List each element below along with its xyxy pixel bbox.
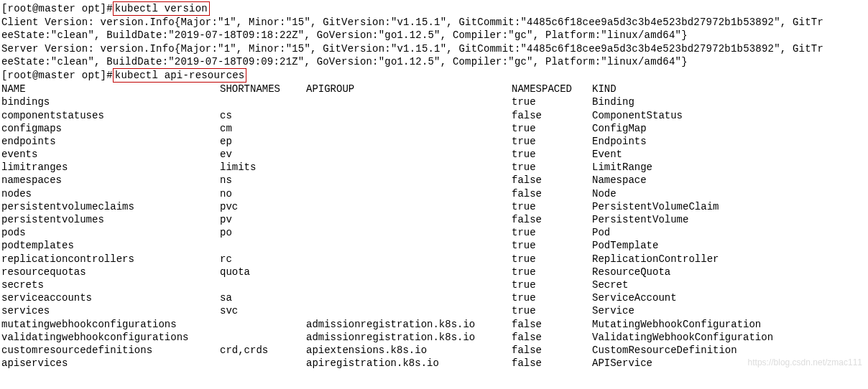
cell-apigroup — [306, 174, 512, 187]
cell-kind: LimitRange — [592, 161, 867, 174]
cell-apigroup: admissionregistration.k8s.io — [306, 331, 512, 344]
cell-namespaced: false — [512, 318, 592, 331]
cell-kind: MutatingWebhookConfiguration — [592, 318, 867, 331]
prompt-prefix: [root@master opt]# — [1, 3, 113, 14]
version-output-line: eeState:"clean", BuildDate:"2019-07-18T0… — [1, 29, 867, 42]
cell-namespaced: false — [512, 213, 592, 226]
cell-name: configmaps — [1, 122, 220, 135]
cell-name: services — [1, 304, 220, 317]
cell-shortnames: cs — [220, 109, 306, 122]
cell-shortnames: svc — [220, 304, 306, 317]
cell-namespaced: true — [512, 135, 592, 148]
cell-apigroup: apiregistration.k8s.io — [306, 357, 512, 370]
cell-namespaced: true — [512, 148, 592, 161]
cell-namespaced: true — [512, 304, 592, 317]
cell-shortnames — [220, 331, 306, 344]
cell-kind: Service — [592, 304, 867, 317]
cell-namespaced: true — [512, 226, 592, 239]
cell-shortnames: cm — [220, 122, 306, 135]
cell-apigroup — [306, 122, 512, 135]
version-output-line: Server Version: version.Info{Major:"1", … — [1, 42, 867, 55]
cell-kind: ReplicationController — [592, 253, 867, 266]
cell-namespaced: true — [512, 253, 592, 266]
cell-kind: Event — [592, 148, 867, 161]
command-text: kubectl version — [115, 3, 208, 14]
cell-apigroup — [306, 95, 512, 108]
cell-apigroup — [306, 135, 512, 148]
table-row: secretstrueSecret — [1, 278, 867, 291]
cell-kind: Binding — [592, 95, 867, 108]
cell-name: nodes — [1, 187, 220, 200]
command-highlight-2: kubectl api-resources — [113, 68, 247, 83]
cell-shortnames: pvc — [220, 200, 306, 213]
cell-apigroup — [306, 239, 512, 252]
cell-name: pods — [1, 226, 220, 239]
header-name: NAME — [1, 83, 220, 95]
cell-kind: PersistentVolumeClaim — [592, 200, 867, 213]
table-row: validatingwebhookconfigurationsadmission… — [1, 331, 867, 344]
cell-name: persistentvolumes — [1, 213, 220, 226]
table-row: servicessvctrueService — [1, 304, 867, 317]
cell-name: serviceaccounts — [1, 291, 220, 304]
table-row: serviceaccountssatrueServiceAccount — [1, 291, 867, 304]
prompt-prefix: [root@master opt]# — [1, 70, 113, 81]
cell-apigroup — [306, 161, 512, 174]
table-row: configmapscmtrueConfigMap — [1, 122, 867, 135]
cell-namespaced: false — [512, 109, 592, 122]
cell-namespaced: true — [512, 200, 592, 213]
table-row: resourcequotasquotatrueResourceQuota — [1, 266, 867, 278]
cell-name: limitranges — [1, 161, 220, 174]
cell-namespaced: false — [512, 174, 592, 187]
header-shortnames: SHORTNAMES — [220, 83, 306, 95]
cell-kind: ConfigMap — [592, 122, 867, 135]
cell-name: events — [1, 148, 220, 161]
cell-namespaced: false — [512, 187, 592, 200]
cell-name: mutatingwebhookconfigurations — [1, 318, 220, 331]
cell-namespaced: false — [512, 344, 592, 357]
table-row: persistentvolumespvfalsePersistentVolume — [1, 213, 867, 226]
cell-apigroup — [306, 187, 512, 200]
cell-apigroup — [306, 253, 512, 266]
cell-shortnames — [220, 318, 306, 331]
cell-kind: PodTemplate — [592, 239, 867, 252]
cell-namespaced: true — [512, 266, 592, 278]
table-row: podtemplatestruePodTemplate — [1, 239, 867, 252]
table-row: limitrangeslimitstrueLimitRange — [1, 161, 867, 174]
cell-name: validatingwebhookconfigurations — [1, 331, 220, 344]
cell-namespaced: true — [512, 122, 592, 135]
table-row: apiservicesapiregistration.k8s.iofalseAP… — [1, 357, 867, 370]
cell-shortnames: crd,crds — [220, 344, 306, 357]
command-text: kubectl api-resources — [115, 70, 245, 81]
cell-shortnames: ep — [220, 135, 306, 148]
table-row: persistentvolumeclaimspvctruePersistentV… — [1, 200, 867, 213]
cell-apigroup — [306, 226, 512, 239]
cell-apigroup: apiextensions.k8s.io — [306, 344, 512, 357]
cell-apigroup — [306, 291, 512, 304]
table-header-row: NAME SHORTNAMES APIGROUP NAMESPACED KIND — [1, 83, 867, 95]
cell-shortnames: limits — [220, 161, 306, 174]
cell-kind: CustomResourceDefinition — [592, 344, 867, 357]
prompt-line-1: [root@master opt]# kubectl version — [1, 1, 867, 16]
cell-shortnames: no — [220, 187, 306, 200]
cell-kind: Pod — [592, 226, 867, 239]
cell-namespaced: false — [512, 357, 592, 370]
cell-kind: ComponentStatus — [592, 109, 867, 122]
table-row: bindingstrueBinding — [1, 95, 867, 108]
version-output-line: eeState:"clean", BuildDate:"2019-07-18T0… — [1, 55, 867, 68]
cell-shortnames: rc — [220, 253, 306, 266]
cell-name: secrets — [1, 278, 220, 291]
watermark: https://blog.csdn.net/zmac111 — [748, 357, 862, 369]
cell-apigroup — [306, 304, 512, 317]
cell-kind: ValidatingWebhookConfiguration — [592, 331, 867, 344]
cell-namespaced: true — [512, 291, 592, 304]
header-namespaced: NAMESPACED — [512, 83, 592, 95]
cell-kind: Endpoints — [592, 135, 867, 148]
cell-shortnames: ns — [220, 174, 306, 187]
cell-name: bindings — [1, 95, 220, 108]
header-apigroup: APIGROUP — [306, 83, 512, 95]
cell-kind: Namespace — [592, 174, 867, 187]
cell-name: endpoints — [1, 135, 220, 148]
cell-namespaced: false — [512, 331, 592, 344]
cell-shortnames — [220, 95, 306, 108]
table-row: replicationcontrollersrctrueReplicationC… — [1, 253, 867, 266]
